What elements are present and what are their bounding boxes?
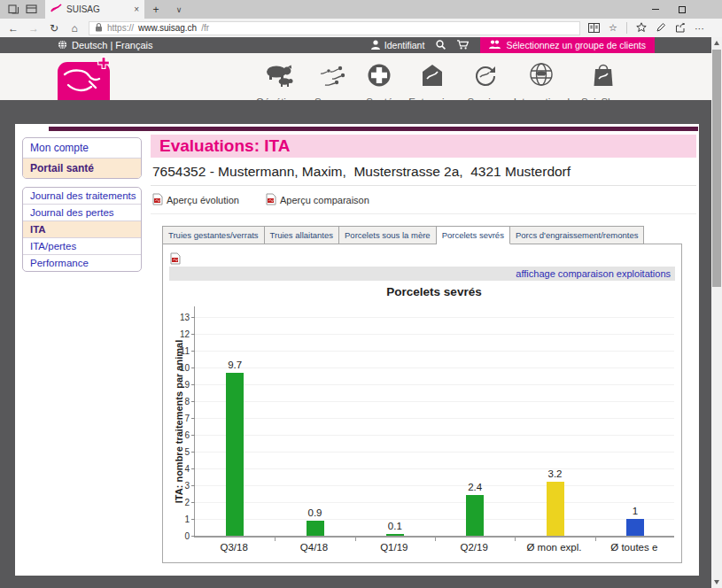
tab-truies-gestantes-verrats[interactable]: Truies gestantes/verrats: [162, 226, 265, 244]
new-tab-button[interactable]: +: [144, 0, 167, 19]
browser-address-bar: ← → ↻ ⌂ https://www.suisag.ch/fr ☆ ···: [0, 19, 722, 37]
lock-icon: [95, 22, 103, 34]
add-favorite-star-icon[interactable]: ☆: [609, 22, 617, 34]
person-icon: [371, 40, 380, 51]
y-axis-tick: [191, 418, 195, 419]
share-icon[interactable]: [675, 20, 686, 36]
url-path: /fr: [201, 23, 209, 33]
chart-bar-value: 2.4: [448, 482, 501, 492]
sidebar-item-journal-des-pertes[interactable]: Journal des pertes: [23, 204, 141, 220]
tab-title: SUISAG: [66, 4, 100, 14]
y-axis-tick: [191, 502, 195, 503]
close-tab-icon[interactable]: ×: [134, 4, 139, 14]
page-scrollbar[interactable]: [711, 37, 722, 588]
maximize-button[interactable]: [669, 0, 695, 19]
address-bar-buttons: ☆ ···: [588, 20, 704, 36]
scroll-up-arrow-icon[interactable]: [711, 37, 722, 49]
site-favicon: [50, 4, 62, 15]
y-axis-tick: [191, 317, 195, 318]
set-tabs-aside-icon[interactable]: [8, 2, 19, 18]
y-axis-tick: [191, 485, 195, 486]
chart-gridline: [195, 317, 674, 318]
chart-bar-value: 9.7: [208, 360, 261, 370]
y-axis-tick-label: 11: [165, 346, 190, 356]
search-icon[interactable]: [436, 40, 446, 51]
tab-preview-chevron-icon[interactable]: ∨: [167, 0, 190, 19]
people-group-icon: [489, 40, 501, 50]
y-axis-tick-label: 12: [165, 329, 190, 339]
chart-gridline: [195, 485, 674, 486]
chart-bar-value: 0.9: [289, 507, 342, 518]
site-top-bar: Deutsch | Français Identifiant Sélection…: [0, 37, 722, 53]
back-icon[interactable]: ←: [7, 22, 19, 35]
language-links[interactable]: Deutsch | Français: [72, 40, 153, 50]
login-link[interactable]: Identifiant: [371, 40, 425, 51]
more-options-icon[interactable]: ···: [695, 23, 704, 34]
chart-bar: [466, 495, 484, 536]
favorites-hub-icon[interactable]: [636, 20, 647, 36]
pdf-link-label: Aperçu évolution: [167, 195, 239, 205]
tab-porcelets-sevr-s[interactable]: Porcelets sevrés: [437, 226, 510, 244]
tab-bar-spacer: [190, 0, 642, 19]
select-client-group-button[interactable]: Sélectionnez un groupe de clients: [480, 37, 655, 53]
customer-line: 7654352 - Mustermann, Maxim, Musterstras…: [151, 158, 696, 186]
y-axis-tick-label: 8: [165, 397, 190, 406]
chart-gridline: [195, 418, 674, 419]
y-axis-tick: [191, 401, 195, 402]
url-scheme: https://: [107, 23, 134, 33]
main-content: Evaluations: ITA 7654352 - Mustermann, M…: [151, 135, 696, 563]
sidebar-item-ita[interactable]: ITA: [23, 220, 141, 237]
y-axis-tick-label: 4: [165, 464, 190, 474]
x-axis-tick: [515, 538, 516, 541]
site-top-bar-right: Identifiant Sélectionnez un groupe de cl…: [371, 37, 655, 53]
evaluation-tabs: Truies gestantes/verratsTruies allaitant…: [162, 226, 696, 244]
browser-tab-active[interactable]: SUISAG ×: [45, 0, 144, 19]
building-icon: [419, 63, 446, 91]
chart-x-label: Ø mon expl.: [514, 542, 594, 553]
sidebar-item-ita-pertes[interactable]: ITA/pertes: [23, 237, 141, 254]
tab-porcelets-sous-la-m-re[interactable]: Porcelets sous la mère: [339, 226, 437, 244]
y-axis-tick: [191, 384, 195, 385]
y-axis-tick-label: 13: [165, 313, 190, 322]
y-axis-tick-label: 9: [165, 380, 190, 390]
sidebar-item-portail-sant-[interactable]: Portail santé: [23, 158, 141, 178]
x-axis-tick: [435, 538, 436, 541]
sidebar-item-performance[interactable]: Performance: [23, 254, 141, 271]
forward-icon[interactable]: →: [27, 22, 40, 35]
refresh-icon[interactable]: ↻: [48, 22, 60, 35]
y-axis-tick: [191, 435, 195, 436]
y-axis-tick-label: 2: [165, 498, 190, 507]
sidebar-item-journal-des-traitements[interactable]: Journal des traitements: [23, 188, 141, 204]
comparison-link[interactable]: affichage comparaison exploitations: [516, 268, 671, 279]
chart-gridline: [195, 468, 674, 469]
url-input[interactable]: https://www.suisag.ch/fr: [89, 21, 580, 35]
tab-truies-allaitantes[interactable]: Truies allaitantes: [265, 226, 339, 244]
pdf-link[interactable]: Aperçu comparaison: [266, 193, 369, 207]
tab-preview-icon[interactable]: [26, 2, 37, 18]
cart-icon[interactable]: [457, 40, 469, 51]
sidebar-item-mon-compte[interactable]: Mon compte: [23, 138, 141, 158]
chart-gridline: [195, 334, 674, 335]
home-icon[interactable]: ⌂: [68, 22, 81, 35]
y-axis-tick: [191, 334, 195, 335]
chart-gridline: [195, 351, 674, 352]
chart-gridline: [195, 452, 674, 453]
close-window-button[interactable]: [695, 0, 722, 19]
pdf-link[interactable]: Aperçu évolution: [152, 193, 239, 207]
scrollbar-thumb[interactable]: [712, 50, 721, 287]
y-axis-tick-label: 7: [165, 414, 190, 423]
chart-gridline: [195, 519, 674, 520]
scroll-down-arrow-icon[interactable]: [711, 576, 722, 588]
chart-bar-value: 0.1: [369, 521, 422, 531]
web-note-pen-icon[interactable]: [656, 20, 666, 36]
chart-bar: [626, 519, 644, 536]
health-cross-icon: [367, 63, 392, 91]
minimize-button[interactable]: [642, 0, 669, 19]
reading-view-icon[interactable]: [588, 20, 600, 36]
chart-gridline: [195, 401, 674, 402]
chart-x-label: Q2/19: [434, 542, 514, 553]
tab-porcs-d-engraissement-remontes[interactable]: Porcs d'engraissement/remontes: [510, 226, 645, 244]
language-switcher[interactable]: Deutsch | Français: [58, 40, 153, 51]
pdf-icon: [266, 193, 276, 207]
y-axis-tick: [191, 351, 195, 352]
